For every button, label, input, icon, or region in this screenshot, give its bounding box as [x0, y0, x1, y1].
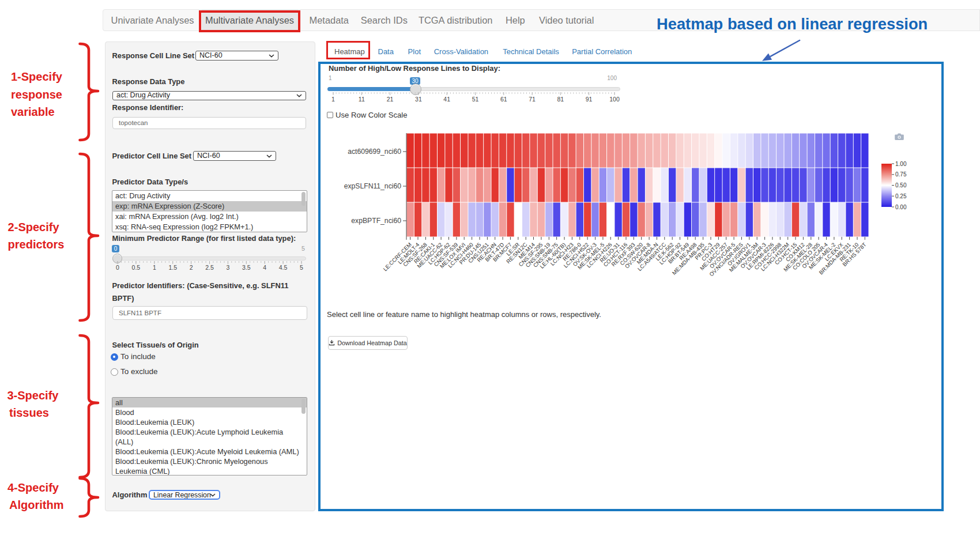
svg-text:act609699_nci60: act609699_nci60	[348, 148, 401, 156]
svg-text:0.50: 0.50	[895, 182, 907, 188]
svg-text:1.00: 1.00	[895, 161, 907, 167]
svg-text:0.25: 0.25	[895, 193, 907, 199]
svg-text:expSLFN11_nci60: expSLFN11_nci60	[344, 182, 402, 190]
svg-text:0.75: 0.75	[895, 171, 907, 178]
svg-text:0.00: 0.00	[895, 204, 907, 210]
svg-text:expBPTF_nci60: expBPTF_nci60	[351, 217, 401, 225]
